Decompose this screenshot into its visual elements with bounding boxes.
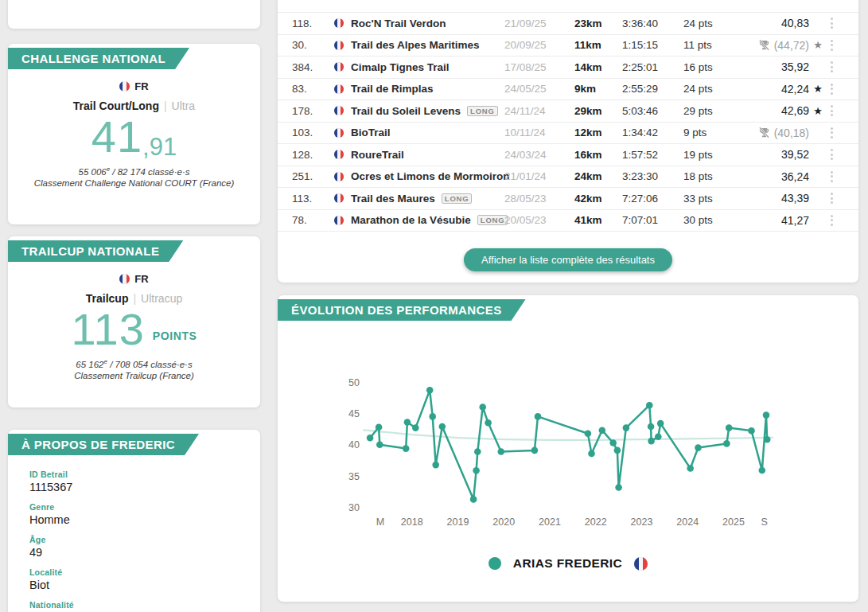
race-date: 10/11/24 [504, 123, 546, 144]
about-field: GenreHomme [29, 502, 260, 526]
about-field: LocalitéBiot [29, 567, 260, 591]
field-value: 1115367 [29, 481, 260, 493]
kebab-menu-icon[interactable] [827, 79, 835, 100]
race-name[interactable]: Cimalp Tignes Trail [351, 61, 450, 73]
kebab-menu-icon[interactable] [827, 35, 835, 57]
challenge-national-card: CHALLENGE NATIONAL FR Trail Court/Long|U… [8, 44, 260, 224]
tab-ultra[interactable]: Ultra [172, 99, 196, 112]
race-distance: 41km [574, 210, 616, 232]
points-label: POINTS [153, 329, 197, 342]
result-row[interactable]: 78. Marathon de la VésubieLONG 20/05/23 … [278, 210, 858, 232]
race-distance: 11km [574, 35, 616, 57]
race-date: 28/05/23 [504, 188, 546, 209]
result-row[interactable]: 128. RoureTrail 24/03/24 16km 1:57:52 19… [278, 144, 858, 166]
kebab-menu-icon[interactable] [827, 57, 835, 78]
french-flag-icon [119, 274, 130, 284]
result-row[interactable]: 113. Trail des MauresLONG 28/05/23 42km … [278, 188, 858, 210]
tab-trail-court-long[interactable]: Trail Court/Long [73, 99, 159, 112]
field-label: ID Betrail [29, 470, 260, 479]
challenge-national-header: CHALLENGE NATIONAL [8, 48, 189, 69]
legend-dot [488, 557, 501, 570]
kebab-menu-icon[interactable] [827, 144, 835, 166]
kebab-menu-icon[interactable] [827, 166, 835, 188]
race-name[interactable]: Ocres et Limons de Mormoiron [351, 170, 510, 182]
race-time: 1:15:15 [622, 35, 670, 57]
kebab-menu-icon[interactable] [827, 13, 835, 34]
performance-line-chart: 5045403530M20182019202020212022202320242… [286, 338, 850, 545]
race-rank: 178. [292, 100, 325, 122]
french-flag-icon [119, 81, 130, 92]
race-date: 21/01/24 [504, 166, 546, 188]
result-row[interactable]: 83. Trail de Rimplas 24/05/25 9km 2:55:2… [278, 79, 858, 101]
crossed-trophy-icon [758, 39, 770, 51]
result-row[interactable]: 30. Trail des Alpes Maritimes 20/09/25 1… [278, 35, 858, 57]
race-score: 35,92 [781, 60, 809, 73]
race-name[interactable]: Trail des Maures [351, 193, 435, 205]
star-icon[interactable]: ★ [813, 39, 823, 51]
kebab-menu-icon[interactable] [827, 210, 835, 232]
field-label: Localité [29, 567, 260, 577]
challenge-score: 41,91 [8, 114, 260, 161]
result-row[interactable]: 103. BioTrail 10/11/24 12km 1:34:42 9 pt… [278, 123, 858, 145]
svg-text:2023: 2023 [631, 516, 653, 528]
crossed-trophy-icon [758, 127, 770, 138]
rank-total: / 708 054 classé·e·s [107, 360, 193, 369]
kebab-menu-icon[interactable] [827, 123, 835, 144]
race-score: 41,27 [781, 214, 809, 227]
race-name[interactable]: Trail du Soleil Levens [351, 105, 461, 117]
country-line: FR [8, 273, 260, 285]
race-time: 3:23:30 [622, 166, 670, 188]
about-header: À PROPOS DE FREDERIC [8, 434, 199, 455]
race-name[interactable]: BioTrail [351, 127, 391, 138]
race-distance: 12km [574, 123, 616, 144]
result-row[interactable]: 118. Roc'N Trail Verdon 21/09/25 23km 3:… [278, 13, 858, 35]
long-badge: LONG [442, 193, 473, 204]
race-name[interactable]: RoureTrail [351, 149, 404, 161]
score-decimal: ,91 [142, 133, 177, 161]
kebab-menu-icon[interactable] [827, 188, 835, 209]
legend-runner-name: ARIAS FREDERIC [513, 556, 622, 571]
race-date: 24/11/24 [504, 100, 546, 122]
race-rank: 83. [292, 79, 325, 100]
show-full-results-button[interactable]: Afficher la liste complète des résultats [464, 248, 672, 271]
result-row[interactable]: 251. Ocres et Limons de Mormoiron 21/01/… [278, 166, 858, 189]
french-flag-icon [334, 150, 344, 159]
chart-legend: ARIAS FREDERIC [278, 556, 858, 571]
race-name[interactable]: Trail des Alpes Maritimes [351, 39, 480, 51]
race-distance: 24km [574, 166, 616, 188]
tab-trailcup[interactable]: Trailcup [86, 292, 129, 305]
star-icon[interactable]: ★ [813, 83, 823, 95]
about-field: NationalitéFR [29, 600, 260, 612]
performance-evolution-card: ÉVOLUTION DES PERFORMANCES 5045403530M20… [278, 295, 858, 602]
rank-number: 55 006 [79, 167, 107, 177]
race-time: 7:27:06 [622, 188, 670, 209]
long-badge: LONG [467, 106, 498, 116]
race-name[interactable]: Roc'N Trail Verdon [351, 18, 446, 29]
svg-text:M: M [376, 516, 384, 528]
field-label: Genre [29, 502, 260, 512]
race-rank: 113. [292, 188, 325, 209]
race-date: 21/09/25 [504, 13, 546, 34]
svg-text:2024: 2024 [676, 516, 699, 528]
tab-ultracup[interactable]: Ultracup [141, 292, 182, 305]
star-icon[interactable]: ★ [813, 105, 823, 117]
race-distance: 42km [574, 188, 616, 209]
results-card: 118. Roc'N Trail Verdon 21/09/25 23km 3:… [278, 0, 858, 283]
kebab-menu-icon[interactable] [827, 100, 835, 122]
french-flag-icon [334, 128, 344, 138]
country-code: FR [134, 80, 148, 92]
field-value: Biot [29, 579, 260, 591]
race-name[interactable]: Trail de Rimplas [351, 83, 434, 95]
race-date: 20/05/23 [504, 210, 546, 232]
svg-text:2018: 2018 [401, 516, 423, 528]
race-date: 20/09/25 [504, 35, 546, 57]
svg-text:2021: 2021 [539, 516, 561, 528]
race-name[interactable]: Marathon de la Vésubie [351, 214, 471, 226]
rank-total: / 82 174 classé·e·s [110, 167, 189, 177]
french-flag-icon [334, 106, 344, 115]
result-row[interactable]: 178. Trail du Soleil LevensLONG 24/11/24… [278, 100, 858, 123]
race-distance: 9km [574, 79, 616, 100]
race-points: 29 pts [683, 100, 727, 122]
country-code: FR [134, 273, 148, 285]
result-row[interactable]: 384. Cimalp Tignes Trail 17/08/25 14km 2… [278, 57, 858, 79]
